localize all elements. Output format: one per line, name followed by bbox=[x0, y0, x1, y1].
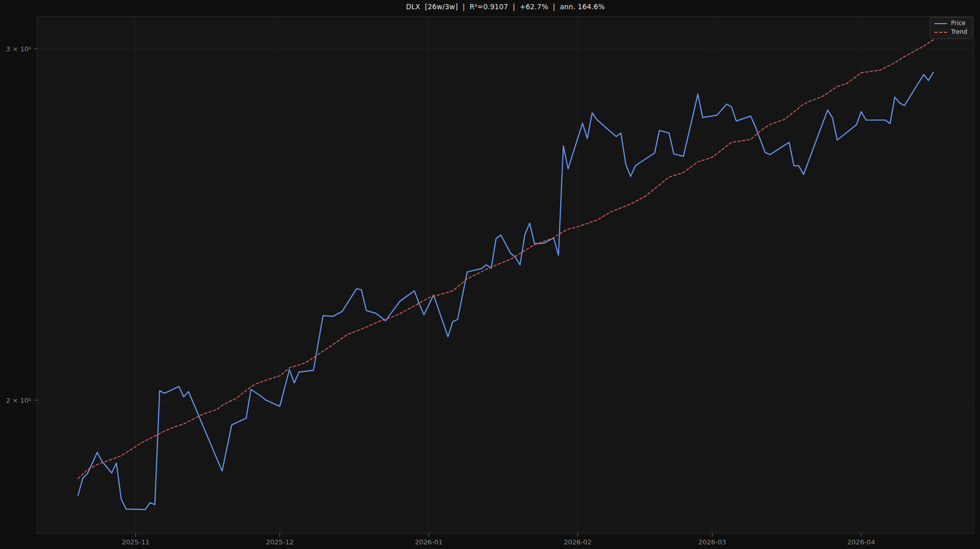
price-line-swatch-icon bbox=[934, 23, 947, 24]
plot-area bbox=[37, 16, 974, 534]
x-axis-tick-label: 2026-04 bbox=[847, 538, 875, 546]
y-axis-tick-label: 2 × 10¹ bbox=[6, 397, 31, 404]
x-axis-tick-label: 2025-11 bbox=[122, 538, 149, 546]
x-axis-tick-label: 2026-02 bbox=[564, 538, 592, 546]
y-axis-tick-label: 3 × 10¹ bbox=[6, 45, 31, 53]
figure: DLX [26w/3w] | R²=0.9107 | +62.7% | ann.… bbox=[0, 0, 980, 549]
legend-item-trend: Trend bbox=[934, 29, 967, 35]
x-axis-tick-label: 2026-01 bbox=[415, 538, 442, 546]
trend-line-swatch-icon bbox=[934, 32, 947, 33]
x-axis-tick-label: 2026-03 bbox=[698, 538, 726, 546]
chart-canvas: 2025-112025-122026-012026-022026-032026-… bbox=[0, 0, 980, 549]
legend: Price Trend bbox=[930, 17, 972, 39]
legend-label-trend: Trend bbox=[951, 29, 967, 35]
legend-label-price: Price bbox=[951, 20, 966, 27]
legend-item-price: Price bbox=[934, 20, 967, 27]
x-axis-tick-label: 2025-12 bbox=[266, 538, 293, 546]
